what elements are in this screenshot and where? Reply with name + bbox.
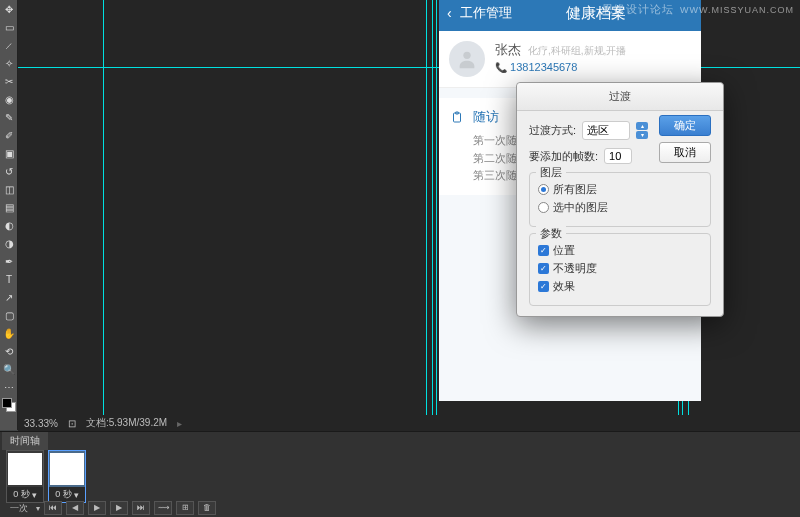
frame-1[interactable]: 0 秒▾ xyxy=(6,450,44,503)
hand-tool[interactable]: ✋ xyxy=(0,324,18,342)
path-tool[interactable]: ↗ xyxy=(0,288,18,306)
params-legend: 参数 xyxy=(536,226,566,241)
check-effect-label: 效果 xyxy=(553,279,575,294)
frames-input[interactable]: 10 xyxy=(604,148,632,164)
check-opacity[interactable]: ✓ xyxy=(538,263,549,274)
gradient-tool[interactable]: ▤ xyxy=(0,198,18,216)
brush-tool-2[interactable]: ✐ xyxy=(0,126,18,144)
guide-vertical-3[interactable] xyxy=(432,0,433,415)
status-chevron-icon[interactable]: ▸ xyxy=(177,418,182,429)
check-position[interactable]: ✓ xyxy=(538,245,549,256)
svg-point-0 xyxy=(463,52,470,59)
frame-2-label: 0 秒 xyxy=(55,488,72,501)
more-tool[interactable]: ⋯ xyxy=(0,378,18,396)
zoom-tool[interactable]: 🔍 xyxy=(0,360,18,378)
wand-tool[interactable]: ✧ xyxy=(0,54,18,72)
lasso-tool[interactable]: ⟋ xyxy=(0,36,18,54)
eyedropper-tool[interactable]: ◉ xyxy=(0,90,18,108)
method-step-down[interactable]: ▾ xyxy=(636,131,648,139)
pen-tool[interactable]: ✒ xyxy=(0,252,18,270)
frame-2[interactable]: 0 秒▾ xyxy=(48,450,86,503)
cancel-button[interactable]: 取消 xyxy=(659,142,711,163)
status-bar: 33.33% ⊡ 文档:5.93M/39.2M ▸ xyxy=(18,415,800,431)
guide-vertical-1[interactable] xyxy=(103,0,104,415)
new-frame-button[interactable]: ⊞ xyxy=(176,501,194,515)
play-button[interactable]: ▶ xyxy=(88,501,106,515)
stamp-tool[interactable]: ▣ xyxy=(0,144,18,162)
layers-legend: 图层 xyxy=(536,165,566,180)
tween-button[interactable]: ⟿ xyxy=(154,501,172,515)
frame-thumb-2 xyxy=(50,453,84,485)
clipboard-icon xyxy=(451,110,463,124)
phone-icon: 📞 xyxy=(495,62,507,73)
ok-button[interactable]: 确定 xyxy=(659,115,711,136)
guide-vertical-4[interactable] xyxy=(436,0,437,415)
delete-frame-button[interactable]: 🗑 xyxy=(198,501,216,515)
last-frame-button[interactable]: ⏭ xyxy=(132,501,150,515)
timeline-frames: 0 秒▾ 0 秒▾ xyxy=(6,450,86,503)
color-swatch[interactable] xyxy=(2,398,16,412)
crop-tool[interactable]: ✂ xyxy=(0,72,18,90)
type-tool[interactable]: T xyxy=(0,270,18,288)
marquee-tool[interactable]: ▭ xyxy=(0,18,18,36)
move-tool[interactable]: ✥ xyxy=(0,0,18,18)
blur-tool[interactable]: ◐ xyxy=(0,216,18,234)
check-effect[interactable]: ✓ xyxy=(538,281,549,292)
status-icon: ⊡ xyxy=(68,418,76,429)
watermark-url: WWW.MISSYUAN.COM xyxy=(680,5,794,15)
timeline-controls: 一次 ▾ ⏮ ◀ ▶ ▶ ⏭ ⟿ ⊞ 🗑 xyxy=(6,501,216,515)
eraser-tool[interactable]: ◫ xyxy=(0,180,18,198)
chevron-down-icon[interactable]: ▾ xyxy=(36,504,40,513)
method-select[interactable]: 选区 xyxy=(582,121,630,140)
doc-size: 文档:5.93M/39.2M xyxy=(86,416,167,430)
profile-name: 张杰 xyxy=(495,42,521,57)
shape-tool[interactable]: ▢ xyxy=(0,306,18,324)
radio-all-label: 所有图层 xyxy=(553,182,597,197)
prev-frame-button[interactable]: ◀ xyxy=(66,501,84,515)
history-brush-tool[interactable]: ↺ xyxy=(0,162,18,180)
radio-all-layers[interactable] xyxy=(538,184,549,195)
check-opacity-label: 不透明度 xyxy=(553,261,597,276)
check-position-label: 位置 xyxy=(553,243,575,258)
radio-selected-layers[interactable] xyxy=(538,202,549,213)
timeline-panel: 时间轴 0 秒▾ 0 秒▾ 一次 ▾ ⏮ ◀ ▶ ▶ ⏭ ⟿ ⊞ 🗑 xyxy=(0,431,800,517)
frame-thumb-1 xyxy=(8,453,42,485)
timeline-tab[interactable]: 时间轴 xyxy=(2,432,48,450)
loop-select[interactable]: 一次 xyxy=(6,502,32,515)
transition-dialog: 过渡 过渡方式: 选区 ▴ ▾ 要添加的帧数: 10 图层 所有图层 选中的图层 xyxy=(516,82,724,317)
radio-sel-label: 选中的图层 xyxy=(553,200,608,215)
profile-card: 张杰 化疗,科研组,新规,开播 📞 13812345678 xyxy=(439,31,701,88)
watermark: 思缘设计论坛 WWW.MISSYUAN.COM xyxy=(602,2,794,17)
params-fieldset: 参数 ✓ 位置 ✓ 不透明度 ✓ 效果 xyxy=(529,233,711,306)
zoom-level[interactable]: 33.33% xyxy=(24,418,58,429)
frame-1-label: 0 秒 xyxy=(13,488,30,501)
first-frame-button[interactable]: ⏮ xyxy=(44,501,62,515)
chevron-down-icon[interactable]: ▾ xyxy=(74,490,79,500)
profile-tags: 化疗,科研组,新规,开播 xyxy=(528,45,626,56)
method-value: 选区 xyxy=(587,123,609,138)
fg-color[interactable] xyxy=(2,398,12,408)
avatar-icon xyxy=(449,41,485,77)
back-label: 工作管理 xyxy=(460,4,512,22)
brush-tool-1[interactable]: ✎ xyxy=(0,108,18,126)
method-step-up[interactable]: ▴ xyxy=(636,122,648,130)
back-icon: ‹ xyxy=(439,5,460,21)
method-label: 过渡方式: xyxy=(529,123,576,138)
guide-vertical-2[interactable] xyxy=(426,0,427,415)
watermark-text: 思缘设计论坛 xyxy=(602,2,674,17)
layers-fieldset: 图层 所有图层 选中的图层 xyxy=(529,172,711,227)
rotate-tool[interactable]: ⟲ xyxy=(0,342,18,360)
dodge-tool[interactable]: ◑ xyxy=(0,234,18,252)
frames-label: 要添加的帧数: xyxy=(529,149,598,164)
dialog-title: 过渡 xyxy=(517,83,723,111)
chevron-down-icon[interactable]: ▾ xyxy=(32,490,37,500)
next-frame-button[interactable]: ▶ xyxy=(110,501,128,515)
profile-phone: 13812345678 xyxy=(510,61,577,73)
tool-palette: ✥ ▭ ⟋ ✧ ✂ ◉ ✎ ✐ ▣ ↺ ◫ ▤ ◐ ◑ ✒ T ↗ ▢ ✋ ⟲ … xyxy=(0,0,18,430)
